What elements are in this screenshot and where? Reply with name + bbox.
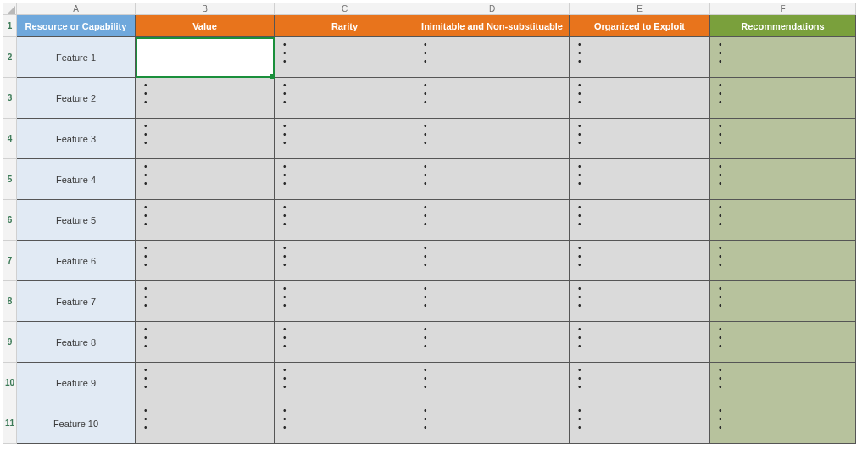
cell-inimitable[interactable]	[415, 37, 570, 78]
cell-organized[interactable]	[570, 37, 710, 78]
cell-organized[interactable]	[570, 403, 710, 444]
bullet-item	[144, 285, 269, 293]
cell-value[interactable]	[136, 37, 275, 78]
cell-inimitable[interactable]	[415, 200, 570, 241]
feature-label[interactable]: Feature 7	[17, 281, 136, 322]
spreadsheet-grid: A B C D E F 1 Resource or Capability Val…	[0, 0, 868, 444]
cell-value[interactable]	[136, 78, 275, 119]
bullet-item	[424, 98, 564, 107]
cell-organized[interactable]	[570, 78, 710, 119]
cell-value[interactable]	[136, 159, 275, 200]
cell-value[interactable]	[136, 200, 275, 241]
header-inimitable[interactable]: Inimitable and Non-substituable	[415, 15, 570, 37]
col-header-E[interactable]: E	[570, 3, 710, 15]
cell-value[interactable]	[136, 281, 275, 322]
cell-rarity[interactable]	[275, 159, 415, 200]
cell-inimitable[interactable]	[415, 78, 570, 119]
cell-value[interactable]	[136, 119, 275, 159]
bullet-item	[578, 302, 704, 310]
cell-rarity[interactable]	[275, 119, 415, 159]
cell-rarity[interactable]	[275, 281, 415, 322]
cell-recommendations[interactable]	[710, 37, 856, 78]
cell-inimitable[interactable]	[415, 119, 570, 159]
cell-recommendations[interactable]	[710, 403, 856, 444]
cell-rarity[interactable]	[275, 78, 415, 119]
feature-label[interactable]: Feature 5	[17, 200, 136, 241]
feature-label[interactable]: Feature 10	[17, 403, 136, 444]
header-recommendations[interactable]: Recommendations	[710, 15, 856, 37]
cell-recommendations[interactable]	[710, 200, 856, 241]
bullet-item	[144, 139, 269, 147]
cell-value[interactable]	[136, 363, 275, 403]
col-header-A[interactable]: A	[17, 3, 136, 15]
bullet-list	[424, 366, 564, 392]
row-header-8[interactable]: 8	[3, 281, 17, 322]
header-organized[interactable]: Organized to Exploit	[570, 15, 710, 37]
header-resource-capability[interactable]: Resource or Capability	[17, 15, 136, 37]
feature-label[interactable]: Feature 8	[17, 322, 136, 363]
bullet-item	[424, 212, 564, 220]
feature-label[interactable]: Feature 3	[17, 119, 136, 159]
bullet-item	[144, 415, 269, 424]
feature-label[interactable]: Feature 4	[17, 159, 136, 200]
header-value[interactable]: Value	[136, 15, 275, 37]
cell-value[interactable]	[136, 241, 275, 281]
cell-rarity[interactable]	[275, 322, 415, 363]
cell-rarity[interactable]	[275, 403, 415, 444]
cell-recommendations[interactable]	[710, 159, 856, 200]
cell-recommendations[interactable]	[710, 363, 856, 403]
cell-recommendations[interactable]	[710, 78, 856, 119]
cell-inimitable[interactable]	[415, 281, 570, 322]
bullet-item	[144, 163, 269, 171]
bullet-item	[719, 407, 850, 415]
select-all-corner[interactable]	[3, 3, 17, 15]
cell-organized[interactable]	[570, 119, 710, 159]
cell-recommendations[interactable]	[710, 322, 856, 363]
feature-label[interactable]: Feature 1	[17, 37, 136, 78]
cell-rarity[interactable]	[275, 37, 415, 78]
cell-inimitable[interactable]	[415, 241, 570, 281]
cell-inimitable[interactable]	[415, 159, 570, 200]
cell-organized[interactable]	[570, 322, 710, 363]
row-header-3[interactable]: 3	[3, 78, 17, 119]
col-header-F[interactable]: F	[710, 3, 856, 15]
bullet-item	[283, 253, 409, 261]
cell-value[interactable]	[136, 403, 275, 444]
bullet-list	[144, 285, 269, 310]
cell-inimitable[interactable]	[415, 322, 570, 363]
bullet-list	[578, 407, 704, 432]
bullet-item	[719, 415, 850, 424]
header-rarity[interactable]: Rarity	[275, 15, 415, 37]
cell-recommendations[interactable]	[710, 281, 856, 322]
cell-recommendations[interactable]	[710, 241, 856, 281]
col-header-B[interactable]: B	[136, 3, 275, 15]
row-header-5[interactable]: 5	[3, 159, 17, 200]
cell-inimitable[interactable]	[415, 363, 570, 403]
row-header-1[interactable]: 1	[3, 15, 17, 37]
cell-rarity[interactable]	[275, 241, 415, 281]
col-header-D[interactable]: D	[415, 3, 570, 15]
feature-label[interactable]: Feature 2	[17, 78, 136, 119]
cell-rarity[interactable]	[275, 363, 415, 403]
row-header-4[interactable]: 4	[3, 119, 17, 159]
cell-organized[interactable]	[570, 241, 710, 281]
feature-label[interactable]: Feature 6	[17, 241, 136, 281]
cell-organized[interactable]	[570, 363, 710, 403]
bullet-item	[719, 261, 850, 269]
cell-recommendations[interactable]	[710, 119, 856, 159]
row-header-6[interactable]: 6	[3, 200, 17, 241]
row-header-10[interactable]: 10	[3, 363, 17, 403]
row-header-9[interactable]: 9	[3, 322, 17, 363]
cell-rarity[interactable]	[275, 200, 415, 241]
cell-organized[interactable]	[570, 281, 710, 322]
cell-inimitable[interactable]	[415, 403, 570, 444]
row-header-2[interactable]: 2	[3, 37, 17, 78]
col-header-C[interactable]: C	[275, 3, 415, 15]
cell-organized[interactable]	[570, 159, 710, 200]
bullet-list	[719, 285, 850, 310]
cell-organized[interactable]	[570, 200, 710, 241]
feature-label[interactable]: Feature 9	[17, 363, 136, 403]
row-header-7[interactable]: 7	[3, 241, 17, 281]
row-header-11[interactable]: 11	[3, 403, 17, 444]
cell-value[interactable]	[136, 322, 275, 363]
